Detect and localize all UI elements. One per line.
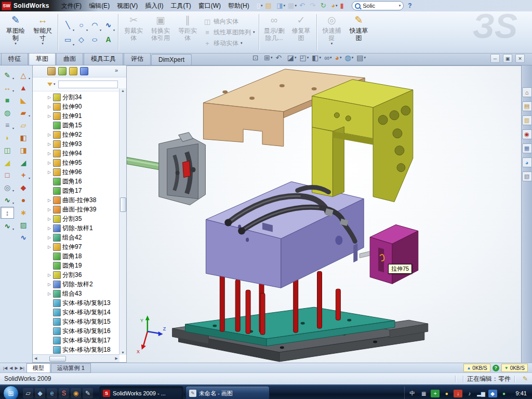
edit-appearance-icon[interactable]: ◕ ▾ [335, 54, 342, 62]
menu-item[interactable]: 编辑(E) [85, 0, 113, 12]
apply-scene-icon[interactable]: ◍ ▾ [344, 54, 353, 62]
sketch-button[interactable]: ✎ 草图绘制 ▾ [3, 12, 29, 52]
move-entities-button[interactable]: + 移动实体 ▾ [203, 39, 255, 48]
feature-tree-item[interactable]: ▷ 拉伸95 [47, 158, 126, 167]
revolve-tool-icon[interactable]: ◍ ▾ [1, 107, 14, 118]
draft-tool-icon[interactable]: ◢ ▾ [1, 157, 14, 168]
redo-icon[interactable]: ↷ ▾ [309, 2, 318, 10]
volume-icon[interactable]: ♪ [465, 390, 474, 397]
scroll-down-arrow[interactable]: ▼ [121, 351, 125, 354]
zoom-area-icon[interactable]: ⊞ ▾ [264, 54, 272, 62]
feature-tree-item[interactable]: ▷ 圆角18 [47, 251, 126, 261]
command-tab[interactable]: 曲面 [56, 52, 83, 65]
feature-tree-item[interactable]: ▷ 拉伸96 [47, 167, 126, 177]
feature-tree-item[interactable]: ▷ 圆角16 [47, 177, 126, 186]
window-switcher-icon[interactable]: ◆ [35, 388, 45, 398]
help-bubble-icon[interactable]: ? [493, 365, 499, 371]
rapid-sketch-button[interactable]: ✎ 快速草图 [346, 12, 372, 52]
sketch-pattern-icon[interactable]: ≡ ▾ [1, 119, 14, 130]
expand-arrow[interactable]: ▷ [47, 142, 51, 147]
feature-tree-item[interactable]: ▷ 曲面-拉伸38 [47, 195, 126, 205]
core-tool-icon[interactable]: ◨ ▾ [17, 144, 30, 155]
line-tool-icon[interactable]: ╲ ▾ [61, 18, 74, 32]
edit-color-icon[interactable]: ◕ ▾ [330, 2, 338, 10]
filter-funnel-icon[interactable] [47, 83, 52, 86]
start-button[interactable]: ⊞ [3, 385, 19, 399]
command-tab[interactable]: 模具工具 [84, 52, 123, 65]
feature-tree-item[interactable]: ▷ 拉伸91 [47, 111, 126, 121]
view-setting-icon[interactable]: ▤ ▾ [356, 54, 366, 62]
scroll-left-arrow[interactable]: ◀ [34, 356, 37, 361]
model-side-block[interactable] [370, 224, 418, 284]
im-status-icon[interactable]: ● [442, 390, 451, 397]
document-tab[interactable]: 运动算例 1 [51, 363, 91, 373]
section-view-icon[interactable]: ◪ ▾ [287, 54, 297, 62]
tab-nav-arrow[interactable]: ▶ [14, 366, 19, 370]
taskbar-clock[interactable]: 9:41 [514, 390, 531, 396]
tree-horizontal-scrollbar[interactable]: ◀ ▶ [33, 354, 119, 362]
offset-entities-button[interactable]: ∥ 等距实体 [175, 12, 201, 52]
download-manager-icon[interactable]: ↓ [454, 390, 462, 397]
feature-tree-item[interactable]: ▷ 圆角17 [47, 186, 126, 195]
display-style-icon[interactable]: ◧ ▾ [312, 54, 321, 62]
arc-tool-icon[interactable]: ◠ ▾ [88, 18, 101, 32]
tree-vertical-scrollbar[interactable]: ▲ ▼ [119, 88, 126, 355]
feature-tree-item[interactable]: ▷ 拉伸93 [47, 139, 126, 149]
taskbar-button-paint[interactable]: ✎ 未命名 - 画图 [185, 386, 270, 399]
design-library-icon[interactable]: ▤ [522, 101, 532, 111]
feature-tree-item[interactable]: ▷ 拉伸94 [47, 149, 126, 158]
security-shield-icon[interactable]: ◆ [488, 390, 497, 397]
search-box[interactable]: Solic ▾ [352, 1, 404, 10]
draft-analysis-icon[interactable]: ▲ ▾ [17, 82, 30, 93]
expand-arrow[interactable]: ▷ [47, 207, 51, 212]
feature-tree-item[interactable]: ▷ 圆角15 [47, 121, 126, 130]
feature-tree-item[interactable]: ▷ 实体-移动/复制16 [47, 326, 126, 336]
feature-tree-item[interactable]: ▷ 曲面-拉伸39 [47, 205, 126, 214]
feature-tree-item[interactable]: ▷ 拉伸97 [47, 242, 126, 251]
feature-tree-item[interactable]: ▷ 实体-移动/复制18 [47, 345, 126, 354]
expand-arrow[interactable]: ▷ [47, 217, 51, 221]
tab-nav-arrow[interactable]: |◀ [2, 366, 8, 370]
menu-item[interactable]: 文件(F) [58, 0, 85, 12]
expand-arrow[interactable]: ▷ [47, 95, 51, 100]
dimxpertmanager-tab[interactable] [80, 67, 88, 75]
ruled-surface-icon[interactable]: ▨ ▾ [17, 219, 30, 230]
polygon-tool-icon[interactable]: ◇ ▾ [75, 33, 88, 47]
new-document-icon[interactable]: ▯ ▾ [256, 2, 263, 10]
expand-arrow[interactable]: ▷ [47, 273, 51, 277]
command-tab[interactable]: 特征 [1, 52, 28, 65]
freeform-icon[interactable]: ∿ ▾ [17, 232, 30, 243]
menu-item[interactable]: 视图(V) [113, 0, 141, 12]
text-tool-icon[interactable]: A ▾ [102, 33, 115, 47]
feature-tree-item[interactable]: ▷ 分割35 [47, 214, 126, 223]
shell-tool-icon[interactable]: □ ▾ [1, 169, 14, 180]
solidworks-launcher-icon[interactable]: S [59, 388, 69, 398]
feature-tree-item[interactable]: ▷ 实体-移动/复制14 [47, 308, 126, 317]
scroll-up-arrow[interactable]: ▲ [121, 89, 125, 92]
rebuild-icon[interactable]: ↻ ▾ [320, 2, 329, 10]
graphics-area[interactable]: Y X Z 拉伸75 [127, 65, 521, 363]
sync-icon[interactable]: ● [500, 390, 509, 397]
doc-minimize-button[interactable]: ─ [490, 54, 500, 63]
appearances-icon[interactable]: ◕ [522, 157, 532, 167]
scrollbar-thumb[interactable] [49, 356, 66, 362]
command-tab[interactable]: 评估 [124, 52, 151, 65]
extrude-tool-icon[interactable]: ■ ▾ [1, 95, 14, 105]
expand-arrow[interactable]: ▷ [47, 104, 51, 109]
doc-close-button[interactable]: ✕ [515, 54, 525, 63]
taskbar-button-solidworks[interactable]: S SolidWorks 2009 - ... [99, 386, 183, 399]
rib-tool-icon[interactable]: ◫ ▾ [1, 144, 14, 155]
print-icon[interactable]: ▦ ▾ [287, 2, 297, 10]
repair-sketch-button[interactable]: ✓ 修复草图 [288, 12, 314, 52]
featuremanager-tab[interactable] [47, 67, 56, 75]
smart-dimension-flyout-icon[interactable]: ↔ ▾ [1, 82, 14, 93]
parting-surface-icon[interactable]: ▰ ▾ [17, 107, 30, 118]
ellipse-tool-icon[interactable]: ○ ▾ [88, 33, 101, 47]
circle-tool-icon[interactable]: ○ ▾ [75, 18, 88, 32]
network-icon[interactable]: ▂▆ [476, 390, 485, 397]
convert-entities-button[interactable]: ▣ 转换实体引用 [148, 12, 174, 52]
feature-tree-item[interactable]: ▷ 组合42 [47, 233, 126, 242]
internet-explorer-icon[interactable]: e [47, 388, 57, 398]
tooling-split-icon[interactable]: ◧ ▾ [17, 132, 30, 143]
panel-overflow-chevron[interactable]: » [115, 67, 118, 73]
